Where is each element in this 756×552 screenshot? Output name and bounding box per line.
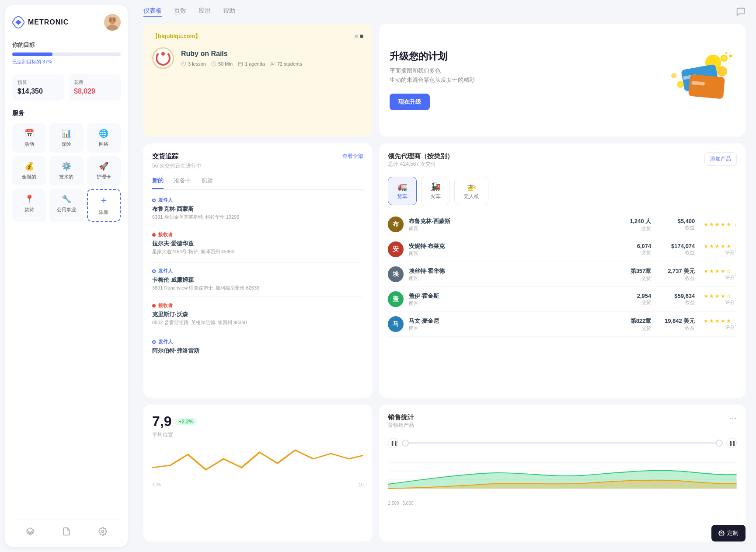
nav-link-help[interactable]: 帮助 xyxy=(223,7,235,17)
insurance-icon: 📊 xyxy=(62,129,71,138)
agent-revenue: $5,400 收益 xyxy=(660,218,695,231)
topnav: 仪表板页数应用帮助 xyxy=(133,0,756,24)
add-product-button[interactable]: 添加产品 xyxy=(704,152,737,166)
train-cat-icon: 🚂 xyxy=(431,182,440,191)
budget-value: $14,350 xyxy=(17,87,59,95)
message-icon[interactable] xyxy=(736,7,746,17)
agent-name: 盖伊·霍金斯 xyxy=(409,292,637,300)
agent-region: 南区 xyxy=(409,250,637,257)
agent-avatar: 安 xyxy=(388,241,404,257)
agenda-meta: 1 agenda xyxy=(238,61,265,66)
service-item-insurance[interactable]: 📊保险 xyxy=(49,123,83,153)
nav-link-apps[interactable]: 应用 xyxy=(199,7,211,17)
agent-transactions: 第822章 交货 xyxy=(631,317,651,332)
service-item-public[interactable]: 🔧公用事业 xyxy=(49,189,83,222)
svg-point-27 xyxy=(729,55,732,57)
cat-tab-truck[interactable]: 🚛货车 xyxy=(388,177,417,205)
sales-title: 销售统计 xyxy=(388,413,414,422)
svg-rect-11 xyxy=(239,62,243,66)
agent-name: 埃丝特·霍华德 xyxy=(409,267,630,275)
service-item-tech[interactable]: ⚙️技术的 xyxy=(49,156,83,185)
range-thumb-right[interactable] xyxy=(716,440,723,447)
delivery-tab-2[interactable]: 船运 xyxy=(202,177,213,189)
delivery-subtitle: 56 次交付正在进行中 xyxy=(152,162,363,170)
sales-more-icon[interactable]: ⋯ xyxy=(729,413,737,423)
agent-stars: ★★★★★ xyxy=(704,221,731,227)
logo: METRONIC xyxy=(12,16,69,28)
service-item-add[interactable]: +添新 xyxy=(87,189,121,222)
agent-arrow-icon[interactable]: › xyxy=(735,271,737,278)
agents-title: 领先代理商（按类别） xyxy=(388,152,453,161)
file-icon[interactable] xyxy=(62,527,71,538)
nav-right xyxy=(736,7,746,17)
service-label: 保险 xyxy=(62,141,71,147)
course-info: Ruby on Rails 3 lesson 50 Min 1 agend xyxy=(152,47,363,69)
customize-button[interactable]: 定制 xyxy=(711,525,746,542)
service-item-hospitality[interactable]: 📍款待 xyxy=(12,189,46,222)
truck-cat-icon: 🚛 xyxy=(397,182,407,191)
service-item-activity[interactable]: 📅活动 xyxy=(12,123,46,153)
service-label: 款待 xyxy=(24,206,34,213)
agent-region: 南区 xyxy=(409,300,637,307)
svg-point-26 xyxy=(671,73,676,78)
cat-tab-drone[interactable]: 🚁无人机 xyxy=(454,177,488,205)
sidebar: METRONIC 你的目标 已达到目标的 37% 预算 $14,350 花费 $… xyxy=(5,5,128,547)
range-play-right[interactable]: ▐▐ xyxy=(726,438,737,448)
svg-point-24 xyxy=(722,56,726,60)
delivery-tab-0[interactable]: 新的 xyxy=(152,177,164,189)
delivery-header: 交货追踪 查看全部 xyxy=(152,152,363,161)
agent-arrow-icon[interactable]: › xyxy=(735,296,737,303)
avatar[interactable] xyxy=(104,14,121,31)
expense-card: 花费 $8,029 xyxy=(69,74,121,101)
agent-avatar: 马 xyxy=(388,316,404,332)
service-item-finance[interactable]: 💰金融的 xyxy=(12,156,46,185)
layers-icon[interactable] xyxy=(26,527,35,538)
care-icon: 🚀 xyxy=(99,161,108,171)
agent-info: 埃丝特·霍华德 南区 xyxy=(409,267,630,282)
agent-arrow-icon[interactable]: › xyxy=(735,221,737,228)
progress-text: 已达到目标的 37% xyxy=(12,59,121,65)
agent-transactions: 1,240 人 交货 xyxy=(630,217,651,232)
agent-row: 盖 盖伊·霍金斯 南区 2,954 交货 $59,634 收益 ★★★★☆ 评分… xyxy=(388,287,737,312)
view-all-link[interactable]: 查看全部 xyxy=(342,153,363,160)
public-icon: 🔧 xyxy=(62,194,71,204)
avg-label: 平均位置 xyxy=(152,431,363,439)
duration-meta: 50 Min xyxy=(211,61,233,66)
svg-point-33 xyxy=(721,532,722,534)
agent-arrow-icon[interactable]: › xyxy=(735,246,737,253)
service-item-care[interactable]: 🚀护理卡 xyxy=(87,156,121,185)
range-thumb-left[interactable] xyxy=(402,440,409,447)
agent-avatar: 布 xyxy=(388,217,404,232)
svg-marker-1 xyxy=(15,20,21,25)
upgrade-text: 升级您的计划 平面插图和我们多色 生动的未混合紫色头发女士的精彩 现在升级 xyxy=(390,50,475,110)
agent-transactions: 2,954 交货 xyxy=(637,293,651,306)
goal-title: 你的目标 xyxy=(12,41,121,49)
range-play-left[interactable]: ▐▐ xyxy=(388,438,398,448)
agent-info: 安妮特·布莱克 南区 xyxy=(409,242,637,257)
svg-point-6 xyxy=(113,17,116,22)
service-item-network[interactable]: 🌐网络 xyxy=(87,123,121,153)
delivery-items: 发件人 布鲁克林·西蒙斯 6391 埃尔金圣塞莱斯特, 特拉华州 10299 接… xyxy=(152,197,363,355)
delivery-title: 交货追踪 xyxy=(152,152,178,161)
upgrade-button[interactable]: 现在升级 xyxy=(390,94,430,110)
cat-tab-train[interactable]: 🚂火车 xyxy=(421,177,450,205)
drone-cat-icon: 🚁 xyxy=(467,182,476,191)
agent-transactions: 6,074 交货 xyxy=(637,243,651,256)
nav-link-pages[interactable]: 页数 xyxy=(174,7,186,17)
nav-link-dashboard[interactable]: 仪表板 xyxy=(143,7,162,17)
delivery-tab-1[interactable]: 准备中 xyxy=(174,177,191,189)
agent-name: 安妮特·布莱克 xyxy=(409,242,637,250)
agent-arrow-icon[interactable]: › xyxy=(735,321,737,328)
course-card: 【biqubiqu.com】 Ruby on Rails 3 les xyxy=(143,24,372,136)
agents-subtitle: 总计 424,567 次交付 xyxy=(388,161,453,168)
course-logo xyxy=(152,47,174,69)
dot-1 xyxy=(355,35,358,38)
stats-pair: 7,9 +2.2% 平均位置 7.75 10 销售统计 xyxy=(143,405,746,542)
sales-header: 销售统计 最畅销产品 ⋯ xyxy=(388,413,737,436)
course-dots xyxy=(355,35,363,38)
svg-point-5 xyxy=(109,17,111,22)
agent-stars: ★★★★★ xyxy=(704,243,731,249)
settings-icon[interactable] xyxy=(98,527,107,538)
range-slider[interactable] xyxy=(402,442,723,444)
delivery-item: 发件人 阿尔伯特·弗洛雷斯 xyxy=(152,339,363,355)
